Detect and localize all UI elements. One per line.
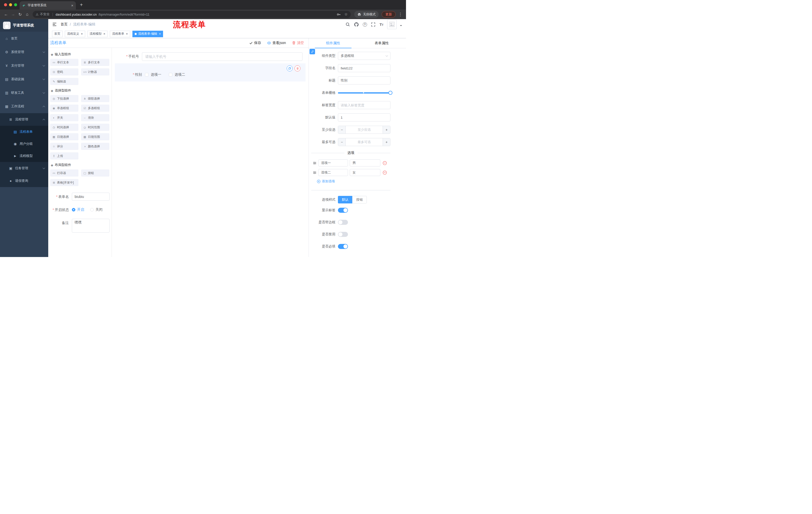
tag-process-form[interactable]: 流程表单× bbox=[110, 31, 130, 37]
save-button[interactable]: 保存 bbox=[249, 41, 261, 45]
fullscreen-icon[interactable] bbox=[371, 22, 376, 27]
drag-handle-icon[interactable] bbox=[313, 161, 317, 165]
remove-option-icon[interactable] bbox=[383, 170, 387, 175]
sidebar-item-workflow[interactable]: ▦ 工作流程 bbox=[0, 100, 48, 113]
component-button[interactable]: ▢按钮 bbox=[81, 169, 109, 177]
style-default-button[interactable]: 默认 bbox=[338, 196, 352, 204]
option-label-input[interactable] bbox=[318, 159, 348, 166]
sidebar-item-task-management[interactable]: ▣ 任务管理 bbox=[0, 162, 48, 174]
bookmark-star-icon[interactable]: ☆ bbox=[344, 12, 348, 17]
tag-close-icon[interactable]: × bbox=[126, 32, 128, 35]
sidebar-item-infrastructure[interactable]: ▤ 基础设施 bbox=[0, 73, 48, 86]
field-link-icon[interactable] bbox=[310, 49, 315, 54]
tag-process-definition[interactable]: 流程定义× bbox=[65, 31, 85, 37]
component-radio-group[interactable]: ◉单选框组 bbox=[50, 105, 78, 112]
component-date-picker[interactable]: ▦日期选择 bbox=[50, 133, 78, 140]
field-gender-selected[interactable]: *性别 选项一 选项二 bbox=[115, 63, 306, 81]
style-button-button[interactable]: 按钮 bbox=[352, 196, 367, 204]
component-slider[interactable]: ⇔滑块 bbox=[81, 114, 109, 121]
drag-handle-icon[interactable] bbox=[313, 171, 317, 174]
forward-button[interactable]: → bbox=[9, 11, 17, 18]
title-input[interactable] bbox=[338, 77, 390, 84]
disabled-switch[interactable] bbox=[338, 232, 348, 237]
sidebar-item-home[interactable]: ⌂ 首页 bbox=[0, 32, 48, 45]
field-name-input[interactable] bbox=[338, 64, 390, 72]
component-color-picker[interactable]: ◑颜色选择 bbox=[81, 143, 109, 150]
component-checkbox-group[interactable]: ☑多选框组 bbox=[81, 105, 109, 112]
label-width-input[interactable] bbox=[338, 101, 390, 109]
sidebar-item-user-group[interactable]: ◉ 用户分组 bbox=[0, 138, 48, 150]
view-json-button[interactable]: 查看json bbox=[267, 41, 286, 45]
component-row-container[interactable]: ▭行容器 bbox=[50, 169, 78, 177]
required-switch[interactable] bbox=[338, 244, 348, 249]
add-option-button[interactable]: 添加选项 bbox=[317, 179, 390, 184]
tag-close-icon[interactable]: × bbox=[104, 32, 106, 35]
remove-option-icon[interactable] bbox=[383, 161, 387, 165]
address-bar[interactable]: ⚠不安全 | dashboard.yudao.iocoder.cn /bpm/m… bbox=[33, 11, 351, 18]
avatar[interactable] bbox=[387, 20, 397, 29]
browser-menu-icon[interactable]: ⋮ bbox=[398, 12, 403, 17]
min-select-stepper[interactable]: − 至少应选 + bbox=[338, 126, 390, 134]
reload-button[interactable]: ↻ bbox=[17, 11, 24, 18]
grid-slider[interactable] bbox=[338, 89, 390, 97]
component-upload[interactable]: ↥上传 bbox=[50, 153, 78, 159]
component-textarea[interactable]: ≣多行文本 bbox=[81, 59, 109, 66]
search-icon[interactable] bbox=[345, 22, 350, 27]
close-window-button[interactable] bbox=[4, 3, 7, 6]
field-phone[interactable]: *手机号 bbox=[115, 52, 306, 61]
github-icon[interactable] bbox=[354, 22, 359, 27]
chrome-update-button[interactable]: 更新 bbox=[382, 11, 396, 18]
sidebar-item-leave-query[interactable]: ● 请假查询 bbox=[0, 174, 48, 187]
app-logo[interactable]: 芋道管理系统 bbox=[0, 19, 48, 32]
component-table[interactable]: ⊞表格[开发中] bbox=[50, 179, 78, 186]
tag-process-form-edit[interactable]: 流程表单-编辑× bbox=[133, 31, 163, 37]
sidebar-item-payment-management[interactable]: ¥ 支付管理 bbox=[0, 59, 48, 73]
tab-close-icon[interactable]: × bbox=[71, 3, 74, 7]
decrease-button[interactable]: − bbox=[338, 138, 346, 146]
component-cascader[interactable]: ⋔级联选择 bbox=[81, 95, 109, 102]
sidebar-item-process-form[interactable]: ▤ 流程表单 bbox=[0, 126, 48, 138]
slider-handle[interactable] bbox=[388, 91, 393, 95]
gender-option-1-checkbox[interactable]: 选项一 bbox=[145, 73, 161, 77]
option-value-input[interactable] bbox=[350, 169, 380, 176]
default-value-input[interactable] bbox=[338, 113, 390, 121]
form-remark-textarea[interactable]: 嘿嘿 bbox=[72, 219, 110, 233]
sidebar-fold-icon[interactable] bbox=[52, 22, 57, 27]
tag-home[interactable]: 首页 bbox=[52, 31, 63, 37]
component-time-picker[interactable]: ◷时间选择 bbox=[50, 124, 78, 131]
avatar-caret-icon[interactable] bbox=[400, 25, 402, 27]
increase-button[interactable]: + bbox=[383, 126, 390, 134]
sidebar-item-process-model[interactable]: ► 流程模型 bbox=[0, 150, 48, 162]
maximize-window-button[interactable] bbox=[14, 3, 17, 6]
show-label-switch[interactable] bbox=[338, 208, 348, 213]
tag-close-icon[interactable]: × bbox=[81, 32, 83, 35]
browser-tab[interactable]: 芋道管理系统 × bbox=[20, 1, 76, 9]
sidebar-item-system-management[interactable]: ⚙ 系统管理 bbox=[0, 45, 48, 59]
status-off-radio[interactable]: 关闭 bbox=[90, 208, 103, 212]
sidebar-item-dev-tools[interactable]: ▥ 研发工具 bbox=[0, 86, 48, 100]
sidebar-item-process-management[interactable]: ≣ 流程管理 bbox=[0, 113, 48, 126]
delete-component-button[interactable] bbox=[294, 65, 300, 72]
tag-close-icon[interactable]: × bbox=[159, 32, 161, 35]
component-editor[interactable]: ✎编辑器 bbox=[50, 78, 78, 85]
breadcrumb-home[interactable]: 首页 bbox=[61, 22, 67, 27]
clear-button[interactable]: 清空 bbox=[292, 41, 304, 45]
component-select[interactable]: ◎下拉选择 bbox=[50, 95, 78, 102]
password-key-icon[interactable] bbox=[337, 12, 341, 17]
minimize-window-button[interactable] bbox=[9, 3, 12, 6]
component-switch[interactable]: ◐开关 bbox=[50, 114, 78, 121]
site-security-warning[interactable]: ⚠不安全 bbox=[36, 12, 50, 17]
home-button[interactable]: ⌂ bbox=[24, 11, 31, 18]
checkbox[interactable] bbox=[169, 73, 172, 77]
form-name-input[interactable] bbox=[72, 193, 110, 201]
tab-component-props[interactable]: 组件属性 bbox=[309, 38, 357, 48]
component-date-range[interactable]: ▩日期范围 bbox=[81, 133, 109, 140]
design-canvas[interactable]: *手机号 *性别 选项一 选项二 bbox=[112, 48, 309, 257]
tab-form-props[interactable]: 表单属性 bbox=[357, 38, 406, 48]
tag-process-model[interactable]: 流程模型× bbox=[87, 31, 108, 37]
component-counter[interactable]: 123计数器 bbox=[81, 69, 109, 76]
phone-input[interactable] bbox=[142, 52, 302, 61]
option-label-input[interactable] bbox=[318, 169, 348, 176]
component-rate[interactable]: ☆评分 bbox=[50, 143, 78, 150]
increase-button[interactable]: + bbox=[383, 138, 390, 146]
